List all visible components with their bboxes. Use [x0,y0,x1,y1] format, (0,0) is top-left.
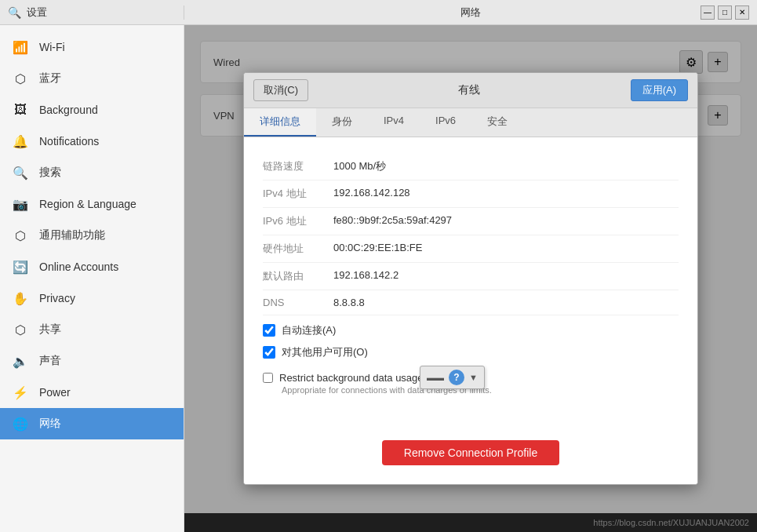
dialog-body: 链路速度 1000 Mb/秒 IPv4 地址 192.168.142.128 I… [244,137,697,421]
titlebar: 🔍 设置 网络 — □ ✕ [0,0,757,25]
search-icon: 🔍 [13,165,28,180]
sidebar-item-label: 通用辅助功能 [39,228,105,242]
dialog-apply-button[interactable]: 应用(A) [631,79,688,101]
dialog-footer: Remove Connection Profile [244,421,697,484]
tab-ipv6[interactable]: IPv6 [420,108,471,137]
info-row-ipv4: IPv4 地址 192.168.142.128 [263,180,679,208]
wifi-icon: 📶 [13,39,28,55]
auto-connect-checkbox[interactable] [263,324,275,337]
link-speed-label: 链路速度 [263,159,333,173]
network-title: 网络 [460,5,481,20]
sidebar: 📶 Wi-Fi ⬡ 蓝牙 🖼 Background 🔔 Notification… [0,25,184,532]
sidebar-item-search[interactable]: 🔍 搜索 [0,157,184,188]
restrict-checkbox-line: Restrict background data usage ▬▬ ? ▼ [263,372,679,384]
dialog-tabs: 详细信息 身份 IPv4 IPv6 安全 [244,108,697,137]
accessibility-icon: ⬡ [13,228,28,243]
sidebar-item-label: 声音 [39,354,61,368]
sidebar-item-label: Notifications [39,135,99,148]
sidebar-item-label: Region & Language [39,198,136,210]
sidebar-item-label: Wi-Fi [39,41,65,53]
sidebar-item-share[interactable]: ⬡ 共享 [0,314,184,345]
bluetooth-icon: ⬡ [13,71,28,86]
other-users-checkbox[interactable] [263,346,275,359]
sidebar-item-label: 网络 [39,417,61,431]
ipv4-value: 192.168.142.128 [333,187,410,201]
sidebar-item-network[interactable]: 🌐 网络 [0,408,184,439]
auto-connect-row: 自动连接(A) [263,323,679,337]
info-row-dns: DNS 8.8.8.8 [263,290,679,315]
sidebar-item-label: 共享 [39,322,61,337]
dns-value: 8.8.8.8 [333,297,365,308]
privacy-icon: ✋ [13,290,28,306]
dialog-overlay: 取消(C) 有线 应用(A) 详细信息 身份 IPv4 IPv6 安全 链路速度 [184,25,757,532]
dialog-titlebar: 取消(C) 有线 应用(A) [244,73,697,108]
sidebar-item-online-accounts[interactable]: 🔄 Online Accounts [0,251,184,282]
tab-identity[interactable]: 身份 [316,108,368,137]
sidebar-item-sound[interactable]: 🔈 声音 [0,345,184,377]
info-row-hardware: 硬件地址 00:0C:29:EE:1B:FE [263,235,679,263]
sidebar-item-label: Online Accounts [39,261,118,273]
help-icon[interactable]: ? [449,370,464,385]
sidebar-item-privacy[interactable]: ✋ Privacy [0,282,184,314]
other-users-label: 对其他用户可用(O) [282,345,368,359]
online-accounts-icon: 🔄 [13,259,28,275]
power-icon: ⚡ [13,384,28,400]
sidebar-item-background[interactable]: 🖼 Background [0,94,184,126]
sidebar-item-bluetooth[interactable]: ⬡ 蓝牙 [0,63,184,94]
sound-icon: 🔈 [13,353,28,369]
sidebar-item-label: Privacy [39,292,75,304]
restrict-bg-label: Restrict background data usage [279,372,424,384]
tooltip-bubble: ▬▬ ? ▼ [420,366,485,389]
default-route-label: 默认路由 [263,269,333,283]
restrict-bg-row: Restrict background data usage ▬▬ ? ▼ Ap… [263,367,679,399]
background-icon: 🖼 [13,102,28,118]
settings-titlebar: 🔍 设置 [0,5,184,20]
default-route-value: 192.168.142.2 [333,269,399,283]
settings-title: 设置 [27,5,47,20]
notifications-icon: 🔔 [13,133,28,149]
hardware-value: 00:0C:29:EE:1B:FE [333,242,422,256]
hardware-label: 硬件地址 [263,242,333,256]
ipv6-value: fe80::9b9f:2c5a:59af:4297 [333,214,452,228]
ipv6-label: IPv6 地址 [263,214,333,228]
sidebar-item-accessibility[interactable]: ⬡ 通用辅助功能 [0,220,184,251]
sidebar-item-power[interactable]: ⚡ Power [0,377,184,408]
dialog-title: 有线 [308,83,631,97]
sidebar-item-label: 蓝牙 [39,71,61,86]
restrict-bg-checkbox[interactable] [263,373,273,383]
ipv4-label: IPv4 地址 [263,187,333,201]
region-icon: 📷 [13,196,28,212]
restore-button[interactable]: □ [718,5,732,20]
tab-details[interactable]: 详细信息 [244,108,316,137]
network-icon: 🌐 [13,416,28,432]
sidebar-item-wifi[interactable]: 📶 Wi-Fi [0,31,184,63]
dialog-cancel-button[interactable]: 取消(C) [253,79,308,101]
sidebar-item-notifications[interactable]: 🔔 Notifications [0,126,184,157]
tooltip-arrow: ▼ [469,373,478,382]
network-titlebar: 网络 — □ ✕ [184,5,757,20]
sidebar-item-label: Background [39,104,98,116]
sidebar-item-region[interactable]: 📷 Region & Language [0,188,184,220]
tab-ipv4[interactable]: IPv4 [368,108,420,137]
remove-connection-button[interactable]: Remove Connection Profile [382,440,559,465]
tab-security[interactable]: 安全 [471,108,523,137]
main-layout: 📶 Wi-Fi ⬡ 蓝牙 🖼 Background 🔔 Notification… [0,25,757,532]
search-icon: 🔍 [8,6,20,19]
sidebar-item-label: Power [39,386,71,399]
share-icon: ⬡ [13,322,28,337]
dns-label: DNS [263,297,333,308]
minimize-button[interactable]: — [701,5,715,20]
link-speed-value: 1000 Mb/秒 [333,159,386,173]
info-row-default-route: 默认路由 192.168.142.2 [263,263,679,290]
info-row-link-speed: 链路速度 1000 Mb/秒 [263,153,679,180]
other-users-row: 对其他用户可用(O) [263,345,679,359]
info-row-ipv6: IPv6 地址 fe80::9b9f:2c5a:59af:4297 [263,208,679,235]
auto-connect-label: 自动连接(A) [282,323,336,337]
tooltip-text: ▬▬ [427,373,444,382]
window-controls: — □ ✕ [701,5,749,20]
content-area: Wired ⚙ + VPN + 取消(C) 有线 [184,25,757,532]
connection-dialog: 取消(C) 有线 应用(A) 详细信息 身份 IPv4 IPv6 安全 链路速度 [243,72,698,485]
close-button[interactable]: ✕ [735,5,749,20]
sidebar-item-label: 搜索 [39,166,61,180]
